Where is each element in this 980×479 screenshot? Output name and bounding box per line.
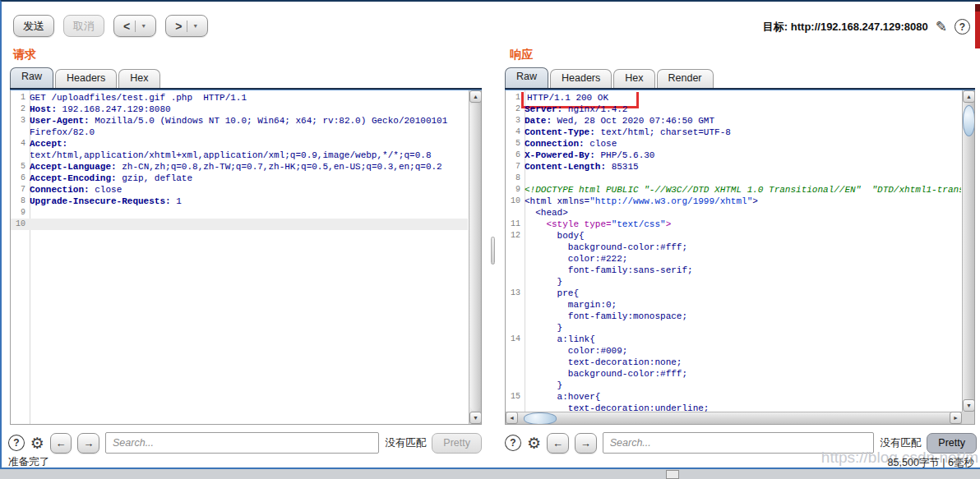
- response-editor[interactable]: 1HTTP/1.1 200 OK2Server: nginx/1.4.23Dat…: [505, 90, 975, 425]
- code-text: Connection: close: [525, 138, 617, 150]
- code-line[interactable]: Firefox/82.0: [11, 127, 468, 138]
- send-button[interactable]: 发送: [13, 15, 54, 37]
- request-editor[interactable]: 1GET /uploadfiles/test.gif .php HTTP/1.1…: [10, 90, 482, 425]
- response-horizontal-scrollbar[interactable]: ◄ ►: [506, 412, 962, 424]
- line-number: [506, 207, 525, 219]
- code-line[interactable]: 9<!DOCTYPE html PUBLIC "-//W3C//DTD XHTM…: [506, 184, 961, 196]
- code-line[interactable]: }: [506, 276, 961, 288]
- code-line[interactable]: 3Date: Wed, 28 Oct 2020 07:46:50 GMT: [506, 115, 961, 127]
- tab-headers[interactable]: Headers: [55, 69, 117, 88]
- panel-splitter-handle[interactable]: [491, 237, 495, 265]
- cancel-button[interactable]: 取消: [63, 15, 104, 37]
- search-prev-button[interactable]: ←: [50, 433, 72, 454]
- line-number: 10: [506, 196, 525, 207]
- pencil-icon[interactable]: ✎: [936, 18, 947, 35]
- code-line[interactable]: 5Accept-Language: zh-CN,zh;q=0.8,zh-TW;q…: [11, 161, 468, 173]
- code-line[interactable]: color:#009;: [506, 345, 961, 357]
- help-icon[interactable]: ?: [955, 19, 970, 35]
- tab-raw[interactable]: Raw: [10, 67, 53, 88]
- tab-hex[interactable]: Hex: [613, 69, 654, 88]
- tab-render[interactable]: Render: [657, 69, 714, 88]
- scroll-up-icon[interactable]: ▲: [469, 90, 482, 103]
- request-vertical-scrollbar[interactable]: ▲ ▼: [469, 90, 481, 424]
- request-search-input[interactable]: [105, 432, 379, 454]
- code-line[interactable]: }: [506, 322, 961, 334]
- code-line[interactable]: 5Connection: close: [506, 138, 961, 150]
- scroll-left-icon[interactable]: ◄: [506, 412, 518, 424]
- history-back-button[interactable]: < ▼: [113, 15, 156, 37]
- code-line[interactable]: font-family:monospace;: [506, 311, 961, 322]
- code-line[interactable]: 2Server: nginx/1.4.2: [506, 104, 961, 115]
- chevron-down-icon[interactable]: ▼: [192, 23, 198, 29]
- pretty-button[interactable]: Pretty: [432, 433, 482, 454]
- code-line[interactable]: 1GET /uploadfiles/test.gif .php HTTP/1.1: [11, 92, 468, 104]
- help-icon[interactable]: ?: [505, 435, 521, 451]
- code-line[interactable]: font-family:sans-serif;: [506, 265, 961, 276]
- code-line[interactable]: color:#222;: [506, 253, 961, 265]
- code-line[interactable]: <head>: [506, 207, 961, 219]
- code-line[interactable]: 4Accept:: [11, 138, 468, 150]
- tab-hex[interactable]: Hex: [118, 69, 159, 88]
- code-line[interactable]: 13 pre{: [506, 288, 961, 299]
- chevron-down-icon[interactable]: ▼: [141, 23, 146, 29]
- code-line[interactable]: 6Accept-Encoding: gzip, deflate: [11, 173, 468, 184]
- scroll-up-icon[interactable]: ▲: [963, 90, 975, 103]
- code-line[interactable]: 9: [11, 207, 468, 219]
- line-number: [506, 403, 525, 412]
- search-next-button[interactable]: →: [77, 433, 99, 454]
- code-line[interactable]: background-color:#fff;: [506, 368, 961, 380]
- code-line[interactable]: text/html,application/xhtml+xml,applicat…: [11, 150, 468, 161]
- gear-icon[interactable]: ⚙: [30, 435, 44, 451]
- search-prev-button[interactable]: ←: [547, 433, 569, 454]
- code-line[interactable]: text-decoration:none;: [506, 357, 961, 368]
- code-text: color:#222;: [525, 253, 627, 265]
- code-line[interactable]: 10: [11, 219, 468, 230]
- line-number: [11, 127, 30, 138]
- tab-headers[interactable]: Headers: [550, 69, 612, 88]
- code-line[interactable]: 1HTTP/1.1 200 OK: [506, 92, 961, 104]
- scrollbar-thumb[interactable]: [963, 105, 975, 136]
- line-number: [506, 322, 525, 334]
- code-line[interactable]: margin:0;: [506, 299, 961, 311]
- taskbar-window-icon[interactable]: [666, 470, 679, 479]
- line-number: 7: [11, 184, 30, 196]
- code-line[interactable]: 4Content-Type: text/html; charset=UTF-8: [506, 127, 961, 138]
- scrollbar-corner: [962, 412, 974, 424]
- button-divider: [187, 21, 187, 32]
- code-line[interactable]: text-decoration:underline;: [506, 403, 961, 412]
- line-number: 5: [11, 161, 30, 173]
- response-code-area[interactable]: 1HTTP/1.1 200 OK2Server: nginx/1.4.23Dat…: [506, 92, 961, 412]
- response-tab-underline: [505, 88, 975, 90]
- request-code-area[interactable]: 1GET /uploadfiles/test.gif .php HTTP/1.1…: [11, 92, 468, 230]
- code-text: pre{: [525, 288, 579, 299]
- code-line[interactable]: 8Upgrade-Insecure-Requests: 1: [11, 196, 468, 207]
- scroll-down-icon[interactable]: ▼: [469, 412, 482, 424]
- scroll-down-icon[interactable]: ▼: [963, 399, 975, 412]
- pretty-label: Pretty: [938, 437, 965, 449]
- code-text: }: [525, 276, 562, 288]
- scrollbar-thumb[interactable]: [470, 104, 480, 411]
- code-line[interactable]: 3User-Agent: Mozilla/5.0 (Windows NT 10.…: [11, 115, 468, 127]
- code-line[interactable]: 12 body{: [506, 230, 961, 242]
- code-line[interactable]: 7Content-Length: 85315: [506, 161, 961, 173]
- tab-raw[interactable]: Raw: [505, 67, 548, 88]
- history-forward-button[interactable]: > ▼: [165, 15, 208, 37]
- code-line[interactable]: }: [506, 380, 961, 391]
- code-line[interactable]: 14 a:link{: [506, 334, 961, 345]
- scroll-right-icon[interactable]: ►: [950, 412, 962, 424]
- search-next-button[interactable]: →: [575, 433, 597, 454]
- help-icon[interactable]: ?: [8, 435, 25, 451]
- code-line[interactable]: 8: [506, 173, 961, 184]
- code-line[interactable]: 2Host: 192.168.247.129:8080: [11, 104, 468, 115]
- code-line[interactable]: 15 a:hover{: [506, 391, 961, 403]
- scrollbar-thumb[interactable]: [524, 412, 557, 425]
- code-line[interactable]: background-color:#fff;: [506, 242, 961, 253]
- line-number: 7: [506, 161, 525, 173]
- code-line[interactable]: 10<html xmlns="http://www.w3.org/1999/xh…: [506, 196, 961, 207]
- code-line[interactable]: 7Connection: close: [11, 184, 468, 196]
- response-vertical-scrollbar[interactable]: ▲ ▼: [962, 90, 974, 412]
- code-line[interactable]: 6X-Powered-By: PHP/5.6.30: [506, 150, 961, 161]
- gear-icon[interactable]: ⚙: [527, 435, 541, 451]
- code-line[interactable]: 11 <style type="text/css">: [506, 219, 961, 230]
- line-number: 13: [506, 288, 525, 299]
